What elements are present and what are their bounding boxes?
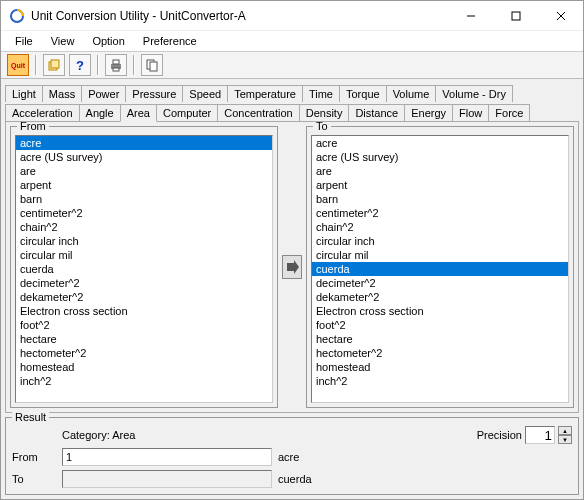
content-area: LightMassPowerPressureSpeedTemperatureTi… (1, 79, 583, 499)
tab-volume-dry[interactable]: Volume - Dry (435, 85, 513, 102)
menu-view[interactable]: View (43, 33, 83, 49)
tab-panel: From acreacre (US survey)arearpentbarnce… (5, 121, 579, 413)
help-button[interactable]: ? (69, 54, 91, 76)
toolbar-separator (35, 55, 37, 75)
tab-mass[interactable]: Mass (42, 85, 82, 102)
tab-distance[interactable]: Distance (348, 104, 405, 122)
tab-energy[interactable]: Energy (404, 104, 453, 122)
precision-input[interactable] (525, 426, 555, 444)
to-listbox[interactable]: acreacre (US survey)arearpentbarncentime… (311, 135, 569, 403)
toolbar-separator (133, 55, 135, 75)
tab-computer[interactable]: Computer (156, 104, 218, 122)
menu-preference[interactable]: Preference (135, 33, 205, 49)
list-item[interactable]: arpent (312, 178, 568, 192)
list-item[interactable]: foot^2 (16, 318, 272, 332)
tab-torque[interactable]: Torque (339, 85, 387, 102)
tab-light[interactable]: Light (5, 85, 43, 102)
convert-arrow-button[interactable] (282, 255, 302, 279)
list-item[interactable]: homestead (312, 360, 568, 374)
tab-temperature[interactable]: Temperature (227, 85, 303, 102)
list-item[interactable]: barn (312, 192, 568, 206)
list-item[interactable]: dekameter^2 (16, 290, 272, 304)
list-item[interactable]: hectare (312, 332, 568, 346)
quit-button[interactable]: Quit (7, 54, 29, 76)
menubar: File View Option Preference (1, 31, 583, 51)
tab-speed[interactable]: Speed (182, 85, 228, 102)
tab-time[interactable]: Time (302, 85, 340, 102)
tab-volume[interactable]: Volume (386, 85, 437, 102)
precision-label: Precision (477, 429, 522, 441)
tab-area[interactable]: Area (120, 104, 157, 122)
list-item[interactable]: decimeter^2 (16, 276, 272, 290)
minimize-button[interactable] (448, 1, 493, 30)
precision-down-button[interactable]: ▼ (558, 435, 572, 444)
menu-option[interactable]: Option (84, 33, 132, 49)
list-item[interactable]: acre (US survey) (312, 150, 568, 164)
list-item[interactable]: inch^2 (16, 374, 272, 388)
list-item[interactable]: acre (US survey) (16, 150, 272, 164)
svg-rect-9 (113, 68, 119, 71)
result-from-label: From (12, 451, 56, 463)
list-item[interactable]: cuerda (16, 262, 272, 276)
list-item[interactable]: acre (16, 136, 272, 150)
list-item[interactable]: Electron cross section (16, 304, 272, 318)
list-item[interactable]: hectare (16, 332, 272, 346)
list-item[interactable]: hectometer^2 (312, 346, 568, 360)
list-item[interactable]: inch^2 (312, 374, 568, 388)
precision-control: Precision ▲ ▼ (477, 426, 572, 444)
tab-concentration[interactable]: Concentration (217, 104, 300, 122)
list-item[interactable]: circular inch (16, 234, 272, 248)
tab-power[interactable]: Power (81, 85, 126, 102)
copy-button[interactable] (43, 54, 65, 76)
list-item[interactable]: cuerda (312, 262, 568, 276)
arrow-column (282, 126, 302, 408)
list-item[interactable]: circular inch (312, 234, 568, 248)
maximize-button[interactable] (493, 1, 538, 30)
list-item[interactable]: are (16, 164, 272, 178)
list-item[interactable]: barn (16, 192, 272, 206)
print-button[interactable] (105, 54, 127, 76)
tab-strip: LightMassPowerPressureSpeedTemperatureTi… (5, 83, 579, 102)
list-item[interactable]: circular mil (312, 248, 568, 262)
list-item[interactable]: arpent (16, 178, 272, 192)
tab-force[interactable]: Force (488, 104, 530, 122)
close-button[interactable] (538, 1, 583, 30)
list-item[interactable]: chain^2 (16, 220, 272, 234)
list-item[interactable]: hectometer^2 (16, 346, 272, 360)
list-item[interactable]: decimeter^2 (312, 276, 568, 290)
tab-flow[interactable]: Flow (452, 104, 489, 122)
copy-all-button[interactable] (141, 54, 163, 76)
from-group: From acreacre (US survey)arearpentbarnce… (10, 126, 278, 408)
svg-marker-12 (287, 260, 299, 274)
titlebar: Unit Conversion Utility - UnitConvertor-… (1, 1, 583, 31)
list-item[interactable]: acre (312, 136, 568, 150)
svg-rect-6 (51, 60, 59, 68)
result-group: Result Category: Area Precision ▲ ▼ From… (5, 417, 579, 495)
svg-rect-11 (150, 62, 157, 71)
window-title: Unit Conversion Utility - UnitConvertor-… (31, 9, 448, 23)
list-item[interactable]: centimeter^2 (16, 206, 272, 220)
precision-up-button[interactable]: ▲ (558, 426, 572, 435)
toolbar: Quit ? (1, 51, 583, 79)
result-from-input[interactable] (62, 448, 272, 466)
list-item[interactable]: homestead (16, 360, 272, 374)
list-item[interactable]: chain^2 (312, 220, 568, 234)
result-to-input (62, 470, 272, 488)
from-listbox[interactable]: acreacre (US survey)arearpentbarncentime… (15, 135, 273, 403)
tab-density[interactable]: Density (299, 104, 350, 122)
menu-file[interactable]: File (7, 33, 41, 49)
tab-angle[interactable]: Angle (79, 104, 121, 122)
app-icon (9, 8, 25, 24)
tab-pressure[interactable]: Pressure (125, 85, 183, 102)
list-item[interactable]: foot^2 (312, 318, 568, 332)
tab-acceleration[interactable]: Acceleration (5, 104, 80, 122)
result-to-label: To (12, 473, 56, 485)
list-item[interactable]: dekameter^2 (312, 290, 568, 304)
list-item[interactable]: Electron cross section (312, 304, 568, 318)
list-item[interactable]: circular mil (16, 248, 272, 262)
category-label: Category: Area (62, 429, 135, 441)
result-to-unit: cuerda (278, 473, 398, 485)
list-item[interactable]: are (312, 164, 568, 178)
svg-rect-8 (113, 60, 119, 64)
list-item[interactable]: centimeter^2 (312, 206, 568, 220)
